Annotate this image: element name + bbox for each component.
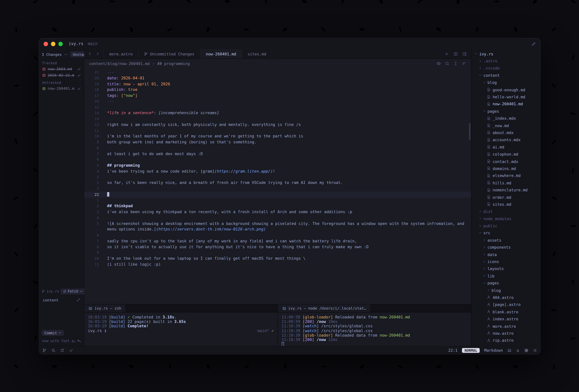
tab-uncommitted-changes[interactable]: Uncommitted Changes [139,49,200,59]
tree-item-rip-astro[interactable]: rip.astro [472,337,540,344]
commit-button[interactable]: Commit [42,330,64,336]
scrollbar-thumb[interactable] [469,123,470,140]
terminal-tab[interactable]: ivy.rs — node /Users/i/.local/stat… [278,305,371,312]
tree-item-lib[interactable]: lib [472,272,540,279]
minimize-button[interactable] [51,42,55,46]
line-number: 1 [84,186,99,192]
tree-item-pages[interactable]: pages [472,279,540,287]
tree-item-blog[interactable]: blog [472,287,540,294]
forward-icon[interactable] [96,52,100,56]
tree-item--vscode[interactable]: .vscode [472,65,540,72]
terminal-output[interactable]: 11:09:58 [glob-loader] Reloaded data fro… [278,313,471,346]
tree-item-dist[interactable]: dist [472,208,540,215]
edit-icon[interactable] [531,42,536,46]
tree-item-ai-md[interactable]: ai.md [472,143,540,151]
filter-icon[interactable] [462,61,466,66]
tree-item-404-astro[interactable]: 404.astro [472,294,540,301]
tree-item-styles[interactable]: styles [472,344,540,346]
tree-item-layouts[interactable]: layouts [472,265,540,272]
terminal-output[interactable]: 16:03:19 [build] ✓ Completed in 3.18s.16… [84,313,278,346]
tab-more-astro[interactable]: more.astro [103,49,139,59]
tab-now-260401-md[interactable]: now-260401.md [200,49,242,59]
terminal-panel: ivy.rs — zsh 16:03:19 [build] ✓ Complete… [84,304,471,346]
undo-icon[interactable] [77,339,81,343]
tree-item-index-astro[interactable]: index.astro [472,315,540,322]
staged-check-icon[interactable] [77,87,81,90]
text-cursor-icon[interactable] [453,61,458,66]
tree-item-sites-md[interactable]: sites.md [472,201,540,208]
tree-item-data[interactable]: data [472,251,540,258]
check-icon[interactable] [69,348,73,352]
fetch-button[interactable]: Fetch [61,288,85,294]
breadcrumb-path[interactable]: content/blog/now-260401.md [89,61,150,66]
tree-item-icons[interactable]: icons [472,258,540,265]
tree-item-accounts-mdx[interactable]: accounts.mdx [472,136,540,143]
list-icon[interactable] [533,348,537,352]
tree-item--now-md[interactable]: _now.md [472,122,540,129]
git-file-row[interactable]: 2026-02-22.m [39,72,84,78]
git-branch-icon[interactable] [42,348,47,352]
tree-item-elsewhere-md[interactable]: elsewhere.md [472,172,540,179]
tree-item-good-enough-md[interactable]: good-enough.md [472,86,540,93]
tree-item-nomenclature-md[interactable]: nomenclature.md [472,186,540,194]
layout-icon[interactable] [507,348,511,352]
tree-item-components[interactable]: components [472,244,540,251]
pattern-glyph [30,333,41,344]
tree-item-assets[interactable]: assets [472,236,540,244]
line-content: ![A screenshot showing a desktop envirom… [99,221,471,227]
markdown-file-icon [487,195,491,199]
tree-item--index-mdx[interactable]: _index.mdx [472,115,540,122]
chevron-down-icon [80,290,83,293]
bell-icon[interactable] [516,348,520,352]
search-icon[interactable] [51,348,55,352]
new-tab-icon[interactable] [444,52,449,56]
search-icon[interactable] [445,61,449,66]
tree-item-blank-astro[interactable]: blank.astro [472,308,540,315]
tree-item-contact-mdx[interactable]: contact.mdx [472,158,540,165]
panel-icon[interactable] [462,52,467,56]
git-file-row[interactable]: now-260401.m [39,85,84,92]
tree-item-pages[interactable]: pages [472,108,540,115]
language-indicator[interactable]: Markdown [484,348,503,352]
grid-icon[interactable] [524,348,528,352]
pattern-glyph [511,25,519,34]
tree-item--page-astro[interactable]: [page].astro [472,301,540,308]
tree-item-hills-md[interactable]: hills.md [472,179,540,186]
close-button[interactable] [44,42,48,46]
tree-item-node-modules[interactable]: node_modules [472,215,540,222]
tree-item-content[interactable]: content [472,72,540,79]
zoom-button[interactable] [58,42,63,46]
tree-item-colophon-md[interactable]: colophon.md [472,151,540,157]
tree-item-public[interactable]: public [472,222,540,229]
tree-item-now-astro[interactable]: now.astro [472,330,540,337]
staged-check-icon[interactable] [77,67,81,71]
eye-icon[interactable] [436,61,441,66]
tree-item-hello-world-md[interactable]: hello-world.md [472,93,540,100]
tree-item-about-mdx[interactable]: about.mdx [472,129,540,136]
terminal-tab[interactable]: ivy.rs — zsh [84,305,126,312]
back-icon[interactable] [88,52,92,56]
git-file-row[interactable]: now-2603.md [39,66,84,72]
more-options-icon[interactable] [64,52,68,56]
expand-icon[interactable] [76,298,80,302]
pattern-glyph [31,0,40,6]
staged-check-icon[interactable] [77,73,81,77]
tree-item-domains-md[interactable]: domains.md [472,165,540,172]
editor-line: 11(i still like logic :p) [84,261,471,267]
commit-message-area[interactable] [39,304,84,327]
tree-item-src[interactable]: src [472,229,540,236]
split-editor-icon[interactable] [453,52,458,56]
line-content: publish: true [99,87,471,93]
cursor-position[interactable]: 22:1 [448,348,457,352]
tree-item--astro[interactable]: .astro [472,57,540,65]
tree-item-ivy-rs[interactable]: ivy.rs [472,50,540,57]
sync-icon[interactable] [60,348,64,352]
tree-item-blog[interactable]: blog [472,79,540,86]
tree-item-now-260401-md[interactable]: now-260401.md [472,100,540,107]
editor[interactable]: 21---20date: 2026-04-0119title: now - ap… [84,68,471,304]
tab-sites-md[interactable]: sites.md [242,49,272,59]
tree-item-more-astro[interactable]: more.astro [472,322,540,330]
commit-message-input[interactable]: content [39,296,84,304]
breadcrumb-section[interactable]: ## programming [157,61,190,66]
tree-item-order-md[interactable]: order.md [472,194,540,201]
